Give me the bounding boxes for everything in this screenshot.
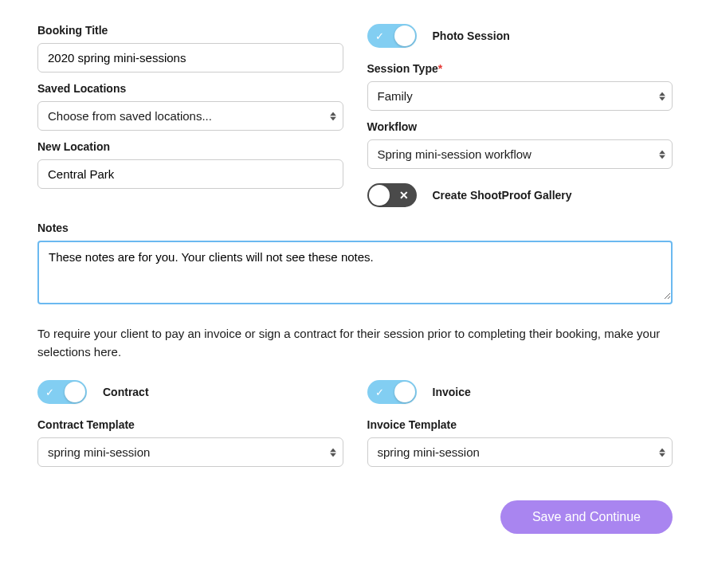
photo-session-label: Photo Session [433, 29, 510, 42]
shootproof-toggle[interactable]: ✕ [367, 183, 417, 207]
invoice-toggle[interactable]: ✓ [367, 380, 417, 404]
new-location-label: New Location [37, 140, 343, 153]
x-icon: ✕ [399, 189, 409, 202]
invoice-toggle-row: ✓ Invoice [367, 380, 673, 404]
contract-template-select[interactable]: spring mini-session [37, 437, 343, 467]
contract-toggle-row: ✓ Contract [37, 380, 343, 404]
session-type-value: Family [378, 89, 413, 103]
contract-template-label: Contract Template [37, 418, 343, 431]
check-icon: ✓ [375, 30, 384, 42]
form-footer: Save and Continue [37, 500, 673, 534]
toggle-knob [394, 25, 415, 46]
top-row: Booking Title Saved Locations Choose fro… [37, 24, 673, 207]
invoice-template-label: Invoice Template [367, 418, 673, 431]
right-column: ✓ Photo Session Session Type* Family Wor… [367, 24, 673, 207]
invoice-column: ✓ Invoice Invoice Template spring mini-s… [367, 380, 673, 467]
shootproof-toggle-row: ✕ Create ShootProof Gallery [367, 183, 673, 207]
left-column: Booking Title Saved Locations Choose fro… [37, 24, 343, 207]
booking-title-label: Booking Title [37, 24, 343, 37]
contract-template-value: spring mini-session [48, 445, 150, 459]
help-text: To require your client to pay an invoice… [37, 325, 673, 361]
save-and-continue-button[interactable]: Save and Continue [500, 500, 673, 534]
select-arrows-icon [659, 448, 665, 457]
booking-form: Booking Title Saved Locations Choose fro… [37, 24, 673, 534]
contract-toggle[interactable]: ✓ [37, 380, 87, 404]
check-icon: ✓ [45, 386, 54, 398]
shootproof-label: Create ShootProof Gallery [433, 189, 572, 202]
photo-session-toggle[interactable]: ✓ [367, 24, 417, 48]
select-arrows-icon [330, 112, 336, 120]
select-arrows-icon [659, 150, 665, 159]
new-location-input[interactable] [37, 159, 343, 189]
photo-session-toggle-row: ✓ Photo Session [367, 24, 673, 48]
invoice-toggle-label: Invoice [433, 386, 471, 398]
saved-locations-label: Saved Locations [37, 82, 343, 95]
select-arrows-icon [659, 92, 665, 100]
notes-textarea[interactable] [39, 242, 671, 300]
workflow-select[interactable]: Spring mini-session workflow [367, 139, 673, 169]
notes-section: Notes [37, 221, 673, 304]
contract-invoice-row: ✓ Contract Contract Template spring mini… [37, 380, 673, 467]
toggle-knob [369, 185, 390, 206]
toggle-knob [65, 382, 85, 402]
saved-locations-value: Choose from saved locations... [48, 109, 212, 123]
workflow-value: Spring mini-session workflow [378, 147, 532, 161]
invoice-template-select[interactable]: spring mini-session [367, 437, 673, 467]
contract-toggle-label: Contract [103, 386, 149, 398]
required-star: * [438, 62, 442, 75]
toggle-knob [394, 382, 415, 402]
invoice-template-value: spring mini-session [378, 445, 480, 459]
session-type-select[interactable]: Family [367, 81, 673, 111]
check-icon: ✓ [375, 386, 384, 398]
workflow-label: Workflow [367, 120, 673, 133]
saved-locations-select[interactable]: Choose from saved locations... [37, 101, 343, 131]
contract-column: ✓ Contract Contract Template spring mini… [37, 380, 343, 467]
select-arrows-icon [330, 448, 336, 457]
session-type-label: Session Type* [367, 62, 673, 75]
notes-wrapper [37, 241, 673, 304]
booking-title-input[interactable] [37, 43, 343, 73]
notes-label: Notes [37, 221, 673, 234]
